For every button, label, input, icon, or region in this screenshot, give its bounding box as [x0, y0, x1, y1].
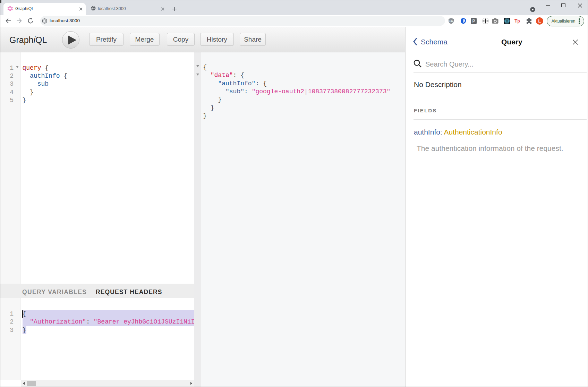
svg-text:UD: UD [449, 20, 453, 23]
svg-text:P: P [472, 19, 475, 24]
